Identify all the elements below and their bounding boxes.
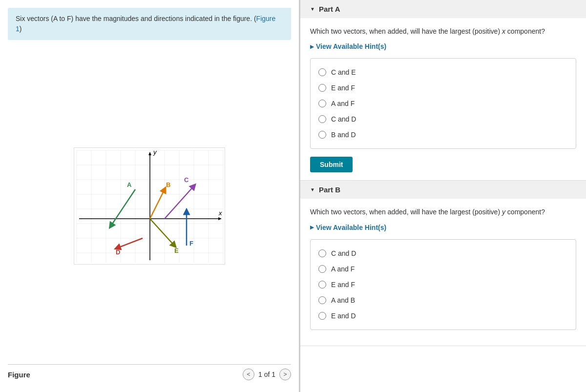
option-a-aandf-label: A and F [331, 100, 355, 107]
right-panel: ▼ Part A Which two vectors, when added, … [300, 0, 586, 392]
part-b-options-box: C and D A and F E and F A and B E and D [310, 239, 576, 330]
option-a-candd-label: C and D [331, 115, 356, 123]
part-a-section: ▼ Part A Which two vectors, when added, … [300, 0, 586, 181]
figure-section: x y A B C D E F Figure [0, 48, 299, 392]
next-button[interactable]: > [279, 369, 291, 380]
option-b-candd[interactable]: C and D [318, 246, 568, 261]
option-b-aandb-label: A and B [331, 296, 355, 304]
part-b-body: Which two vectors, when added, will have… [300, 199, 586, 345]
figure-header: Figure < 1 of 1 > [8, 364, 291, 384]
part-a-body: Which two vectors, when added, will have… [300, 18, 586, 180]
part-b-title: Part B [319, 186, 340, 194]
option-b-eandf[interactable]: E and F [318, 277, 568, 292]
option-a-candd[interactable]: C and D [318, 111, 568, 127]
option-b-aandf-label: A and F [331, 265, 355, 273]
figure-label: Figure [8, 371, 30, 379]
radio-b-candd[interactable] [318, 249, 326, 257]
figure-link-suffix: ) [20, 25, 22, 33]
radio-b-aandb[interactable] [318, 296, 326, 304]
option-a-eandf[interactable]: E and F [318, 80, 568, 96]
radio-b-eande[interactable] [318, 312, 326, 320]
radio-a-cande[interactable] [318, 68, 326, 76]
part-a-question: Which two vectors, when added, will have… [310, 26, 576, 37]
option-a-bandd[interactable]: B and D [318, 127, 568, 143]
radio-b-eandf[interactable] [318, 281, 326, 289]
radio-a-bandd[interactable] [318, 131, 326, 139]
part-b-section: ▼ Part B Which two vectors, when added, … [300, 181, 586, 346]
option-b-candd-label: C and D [331, 249, 356, 257]
radio-a-candd[interactable] [318, 115, 326, 123]
part-a-header: ▼ Part A [300, 0, 586, 18]
part-a-triangle: ▼ [310, 6, 315, 12]
submit-button-a[interactable]: Submit [310, 157, 353, 172]
prev-button[interactable]: < [243, 369, 254, 380]
option-b-eandf-label: E and F [331, 281, 355, 289]
option-a-cande-label: C and E [331, 68, 356, 76]
problem-text: Six vectors (A to F) have the magnitudes… [16, 15, 256, 22]
part-a-title: Part A [319, 5, 340, 13]
part-b-hint[interactable]: View Available Hint(s) [310, 224, 576, 231]
radio-a-aandf[interactable] [318, 100, 326, 107]
radio-b-aandf[interactable] [318, 265, 326, 273]
svg-text:x: x [218, 209, 222, 217]
part-b-triangle: ▼ [310, 187, 315, 192]
option-b-eande[interactable]: E and D [318, 308, 568, 324]
figure-nav: < 1 of 1 > [243, 369, 291, 380]
problem-statement: Six vectors (A to F) have the magnitudes… [8, 8, 291, 40]
part-a-hint[interactable]: View Available Hint(s) [310, 42, 576, 50]
svg-text:E: E [174, 247, 179, 254]
option-b-eande-label: E and D [331, 312, 356, 320]
option-a-aandf[interactable]: A and F [318, 96, 568, 111]
part-b-header: ▼ Part B [300, 181, 586, 199]
option-a-eandf-label: E and F [331, 84, 355, 92]
svg-text:B: B [166, 181, 170, 188]
part-a-options-box: C and E E and F A and F C and D B and D [310, 58, 576, 149]
part-b-question: Which two vectors, when added, will have… [310, 206, 576, 217]
vector-diagram: x y A B C D E F [74, 147, 225, 265]
part-b-italic: y [502, 208, 505, 216]
option-b-aandf[interactable]: A and F [318, 261, 568, 277]
figure-canvas: x y A B C D E F [8, 48, 291, 364]
svg-text:A: A [127, 181, 132, 188]
radio-a-eandf[interactable] [318, 84, 326, 92]
option-b-aandb[interactable]: A and B [318, 292, 568, 308]
svg-text:C: C [184, 176, 189, 184]
left-panel: Six vectors (A to F) have the magnitudes… [0, 0, 300, 392]
figure-counter: 1 of 1 [258, 371, 275, 378]
option-a-cande[interactable]: C and E [318, 64, 568, 80]
option-a-bandd-label: B and D [331, 131, 356, 139]
svg-text:D: D [116, 248, 120, 256]
part-a-italic: x [502, 27, 505, 35]
svg-text:F: F [189, 240, 193, 247]
